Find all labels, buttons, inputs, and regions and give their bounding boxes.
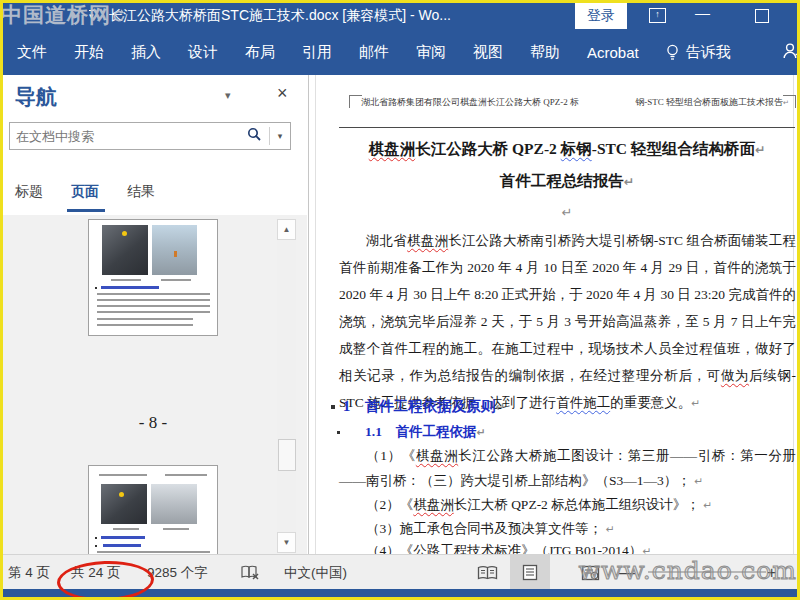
ribbon-tabs: 文件 开始 插入 设计 布局 引用 邮件 审阅 视图 帮助 Acrobat 告诉…: [17, 29, 731, 75]
tab-file[interactable]: 文件: [17, 43, 47, 62]
share-person-icon[interactable]: [781, 41, 800, 65]
tell-me-button[interactable]: 告诉我: [666, 43, 731, 62]
tab-layout[interactable]: 布局: [245, 43, 275, 62]
search-dropdown-caret-icon[interactable]: ▾: [270, 131, 290, 141]
page-8-thumbnail[interactable]: [88, 219, 218, 336]
tab-references[interactable]: 引用: [302, 43, 332, 62]
search-icon[interactable]: [239, 127, 269, 145]
thumbnail-photo-worker-2: [101, 484, 147, 524]
refresh-icon: [111, 8, 127, 24]
heading-1-1: 1.1 首件工程依据↵: [365, 423, 485, 441]
site-watermark-top: 中国道桥网: [1, 1, 127, 29]
document-search-box[interactable]: ▾: [9, 122, 291, 150]
nav-tab-headings[interactable]: 标题: [15, 183, 43, 201]
tab-review[interactable]: 审阅: [416, 43, 446, 62]
navigation-tabs: 标题 页面 结果: [15, 183, 155, 201]
read-mode-icon[interactable]: [477, 555, 498, 590]
list-item-1: （1）《棋盘洲长江公路大桥施工图设计：第三册——引桥：第一分册——南引桥：（三）…: [339, 443, 796, 494]
tab-view[interactable]: 视图: [473, 43, 503, 62]
navigation-options-caret-icon[interactable]: ▾: [225, 89, 231, 102]
minimize-button[interactable]: —: [695, 4, 710, 21]
page-8-label: - 8 -: [88, 413, 218, 433]
navigation-pane: 导航 ▾ × ▾ 标题 页面 结果: [3, 75, 309, 557]
header-right-text: 钢-STC 轻型组合桥面板施工技术报告↵: [635, 96, 789, 109]
page-left-edge: [315, 75, 316, 554]
scroll-up-icon[interactable]: ▲: [277, 219, 296, 240]
nav-tab-results[interactable]: 结果: [127, 183, 155, 201]
document-canvas[interactable]: 湖北省路桥集团有限公司棋盘洲长江公路大桥 QPZ-2 标 钢-STC 轻型组合桥…: [309, 75, 797, 554]
site-watermark-bottom: www.cndao.com: [578, 556, 797, 585]
tab-acrobat[interactable]: Acrobat: [587, 44, 639, 61]
window-title: 长江公路大桥桥面STC施工技术.docx [兼容模式] - Wo...: [109, 7, 451, 25]
watermark-top-text: 中国道桥网: [1, 3, 111, 27]
scroll-down-icon[interactable]: ▼: [277, 532, 296, 553]
navigation-pane-title: 导航: [15, 83, 57, 111]
tab-insert[interactable]: 插入: [131, 43, 161, 62]
thumbnail-photo-deck: [152, 225, 197, 275]
document-title-line1: 棋盘洲长江公路大桥 QPZ-2 标钢-STC 轻型组合结构桥面↵: [339, 139, 795, 160]
heading-1: 1 首件工程依据及原则↵: [343, 397, 505, 416]
maximize-button[interactable]: [755, 9, 769, 23]
lightbulb-icon: [666, 44, 679, 61]
nav-tab-pages[interactable]: 页面: [71, 183, 99, 201]
nav-scrollbar[interactable]: ▲ ▼: [277, 219, 296, 553]
tab-design[interactable]: 设计: [188, 43, 218, 62]
document-title-line2: 首件工程总结报告↵: [339, 171, 795, 192]
scrollbar-thumb[interactable]: [278, 439, 296, 471]
heading-bullet: [331, 405, 335, 409]
body-paragraph: 湖北省棋盘洲长江公路大桥南引桥跨大堤引桥钢-STC 组合桥面铺装工程首件前期准备…: [339, 227, 796, 417]
tell-me-label: 告诉我: [686, 43, 731, 62]
list-item-2: （2）《棋盘洲长江大桥 QPZ-2 标总体施工组织设计》； ↵: [339, 492, 796, 518]
thumbnail-photo-deck-2: [151, 484, 197, 524]
tab-help[interactable]: 帮助: [530, 43, 560, 62]
language-indicator[interactable]: 中文(中国): [284, 555, 347, 590]
header-rule: [339, 127, 795, 128]
print-layout-icon[interactable]: [510, 555, 550, 590]
thumbnail-photo-worker: [102, 225, 148, 275]
page-indicator[interactable]: 第 4 页: [8, 555, 50, 590]
empty-paragraph-mark: ↵: [339, 203, 795, 221]
word-window: ▾ 长江公路大桥桥面STC施工技术.docx [兼容模式] - Wo... 登录…: [0, 0, 800, 600]
ribbon-display-options-icon[interactable]: ↑: [649, 8, 666, 23]
heading-bullet: [337, 431, 340, 434]
sign-in-button[interactable]: 登录: [575, 3, 627, 29]
header-left-text: 湖北省路桥集团有限公司棋盘洲长江公路大桥 QPZ-2 标: [361, 96, 579, 109]
list-item-4: （4）《公路工程技术标准》（JTG B01-2014）↵: [339, 538, 796, 554]
search-input[interactable]: [10, 129, 239, 144]
active-tab-underline: [67, 209, 105, 212]
page-9-thumbnail[interactable]: [88, 465, 218, 557]
navigation-close-icon[interactable]: ×: [277, 83, 288, 104]
page-header: 湖北省路桥集团有限公司棋盘洲长江公路大桥 QPZ-2 标 钢-STC 轻型组合桥…: [361, 96, 789, 109]
page-thumbnails-area: - 8 -: [3, 215, 307, 557]
tab-mailings[interactable]: 邮件: [359, 43, 389, 62]
word-count[interactable]: 9285 个字: [147, 555, 208, 590]
proofing-errors-icon[interactable]: [241, 555, 259, 590]
tab-home[interactable]: 开始: [74, 43, 104, 62]
